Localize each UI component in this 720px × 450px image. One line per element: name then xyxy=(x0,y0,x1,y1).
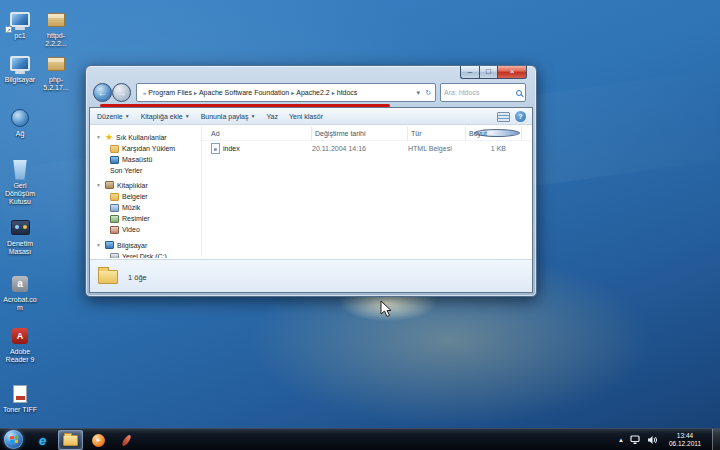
taskbar-apache-monitor-button[interactable] xyxy=(114,430,139,450)
sidebar-section-computer[interactable]: ▼Bilgisayar xyxy=(90,239,201,251)
new-folder-button[interactable]: Yeni klasör xyxy=(289,113,323,120)
sidebar-item-downloads[interactable]: Karşıdan Yüklem xyxy=(90,143,201,154)
desktop-icon-recycle-bin[interactable]: Geri Dönüşüm Kutusu xyxy=(2,158,38,206)
sidebar-item-recent-places[interactable]: Son Yerler xyxy=(90,165,201,175)
package-icon xyxy=(47,57,65,71)
volume-icon[interactable] xyxy=(647,435,658,445)
close-button[interactable]: × xyxy=(498,66,527,79)
desktop-icon-control-panel[interactable]: Denetim Masası xyxy=(2,216,38,256)
desktop-icon-computer[interactable]: Bilgisayar xyxy=(2,52,38,84)
taskbar-explorer-button[interactable] xyxy=(58,430,83,450)
desktop-icon-pc1[interactable]: ↗ pc1 xyxy=(2,8,38,40)
recycle-bin-icon xyxy=(12,160,28,180)
minimize-button[interactable]: – xyxy=(460,66,479,79)
back-button[interactable]: ← xyxy=(93,83,112,102)
breadcrumb-separator-icon: ▸ xyxy=(194,89,197,96)
sidebar-item-desktop[interactable]: Masaüstü xyxy=(90,154,201,165)
navigation-pane: ▼★Sık Kullanılanlar Karşıdan Yüklem Masa… xyxy=(90,126,202,258)
breadcrumb-segment[interactable]: Program Files xyxy=(148,89,192,96)
desktop-icon-label: pc1 xyxy=(2,32,38,40)
media-player-icon: ▸ xyxy=(92,434,105,447)
search-input[interactable] xyxy=(444,89,516,96)
desktop-icon-label: Ağ xyxy=(2,130,38,138)
control-panel-icon xyxy=(11,220,30,235)
breadcrumb-segment[interactable]: Apache Software Foundation xyxy=(199,89,289,96)
breadcrumb-segment[interactable]: htdocs xyxy=(337,89,358,96)
expander-icon[interactable]: ▼ xyxy=(96,242,102,248)
column-headers: Ad Değiştirme tarihi Tür Boyut xyxy=(202,126,532,141)
downloads-folder-icon xyxy=(110,145,119,153)
documents-folder-icon xyxy=(110,193,119,201)
sidebar-item-music[interactable]: Müzik xyxy=(90,202,201,213)
desktop-icon-label: Geri Dönüşüm Kutusu xyxy=(2,182,38,206)
file-list-pane: Ad Değiştirme tarihi Tür Boyut eindex 20… xyxy=(202,126,532,258)
sidebar-section-libraries[interactable]: ▼Kitaplıklar xyxy=(90,179,201,191)
clock-date: 06.12.2011 xyxy=(662,440,708,448)
breadcrumb-overflow-chevron[interactable]: « xyxy=(143,90,146,96)
change-view-icon[interactable] xyxy=(497,112,510,122)
start-button[interactable] xyxy=(4,430,23,449)
file-row-index[interactable]: eindex 20.11.2004 14:16 HTML Belgesi 1 K… xyxy=(202,141,532,156)
sidebar-item-local-disk-c[interactable]: Yerel Disk (C:) xyxy=(90,251,201,258)
computer-icon xyxy=(105,241,114,249)
organize-menu[interactable]: Düzenle▼ xyxy=(97,113,130,120)
forward-button[interactable]: → xyxy=(112,83,131,102)
file-type: HTML Belgesi xyxy=(408,145,466,152)
desktop-icon-label: Denetim Masası xyxy=(2,240,38,256)
videos-folder-icon xyxy=(110,226,119,234)
minimize-icon: – xyxy=(468,68,472,76)
sidebar-section-favorites[interactable]: ▼★Sık Kullanılanlar xyxy=(90,131,201,143)
file-name: index xyxy=(223,145,240,152)
share-with-menu[interactable]: Bununla paylaş▼ xyxy=(201,113,256,120)
desktop-monitor-icon xyxy=(110,156,119,164)
desktop-icon-httpd-installer[interactable]: httpd-2.2.2... xyxy=(38,8,74,48)
breadcrumb-segment[interactable]: Apache2.2 xyxy=(296,89,329,96)
sidebar-item-documents[interactable]: Belgeler xyxy=(90,191,201,202)
taskbar-media-player-button[interactable]: ▸ xyxy=(86,430,111,450)
expander-icon[interactable]: ▼ xyxy=(96,182,102,188)
search-box[interactable] xyxy=(440,83,526,102)
mouse-cursor xyxy=(380,300,392,322)
libraries-icon xyxy=(105,181,114,189)
search-icon[interactable] xyxy=(516,90,522,96)
help-icon[interactable]: ? xyxy=(515,111,526,122)
network-icon[interactable] xyxy=(630,435,641,445)
breadcrumb-separator-icon: ▸ xyxy=(332,89,335,96)
desktop-icon-network[interactable]: Ağ xyxy=(2,106,38,138)
network-globe-icon xyxy=(11,109,29,127)
address-bar[interactable]: « Program Files ▸ Apache Software Founda… xyxy=(136,83,436,102)
desktop-icon-label: Acrobat.com xyxy=(2,296,38,312)
breadcrumb-separator-icon: ▸ xyxy=(291,89,294,96)
desktop-icon-php-installer[interactable]: php-5.2.17... xyxy=(38,52,74,92)
adobe-reader-icon: A xyxy=(12,328,28,344)
expander-icon[interactable]: ▼ xyxy=(96,134,102,140)
column-header-name[interactable]: Ad xyxy=(208,126,312,141)
taskbar: e ▸ ▲ 13:44 06.12.2011 xyxy=(0,428,720,450)
include-in-library-menu[interactable]: Kitaplığa ekle▼ xyxy=(141,113,190,120)
shortcut-arrow-icon: ↗ xyxy=(5,26,12,33)
acrobat-com-icon: a xyxy=(12,276,28,292)
feather-icon xyxy=(121,433,133,447)
refresh-icon[interactable]: ↻ xyxy=(425,89,431,97)
music-folder-icon xyxy=(110,204,119,212)
column-header-size[interactable]: Boyut xyxy=(466,126,522,141)
column-header-date-modified[interactable]: Değiştirme tarihi xyxy=(312,126,408,141)
show-desktop-button[interactable] xyxy=(712,429,720,450)
desktop-icon-toner-tiff[interactable]: Toner TIFF xyxy=(2,382,38,414)
desktop-icon-adobe-reader[interactable]: A Adobe Reader 9 xyxy=(2,324,38,364)
desktop-wallpaper: ↗ pc1 httpd-2.2.2... Bilgisayar php-5.2.… xyxy=(0,0,720,450)
monitor-icon xyxy=(10,12,30,27)
sidebar-item-videos[interactable]: Video xyxy=(90,224,201,235)
taskbar-internet-explorer-button[interactable]: e xyxy=(30,430,55,450)
taskbar-clock[interactable]: 13:44 06.12.2011 xyxy=(662,432,708,448)
desktop-icon-acrobat-com[interactable]: a Acrobat.com xyxy=(2,272,38,312)
command-toolbar: Düzenle▼ Kitaplığa ekle▼ Bununla paylaş▼… xyxy=(90,108,532,125)
burn-button[interactable]: Yaz xyxy=(266,113,278,120)
address-dropdown-icon[interactable]: ▼ xyxy=(415,90,421,96)
document-icon xyxy=(13,385,27,403)
maximize-button[interactable]: □ xyxy=(479,66,498,79)
sidebar-item-pictures[interactable]: Resimler xyxy=(90,213,201,224)
package-icon xyxy=(47,13,65,27)
column-header-type[interactable]: Tür xyxy=(408,126,466,141)
tray-overflow-icon[interactable]: ▲ xyxy=(618,437,624,443)
